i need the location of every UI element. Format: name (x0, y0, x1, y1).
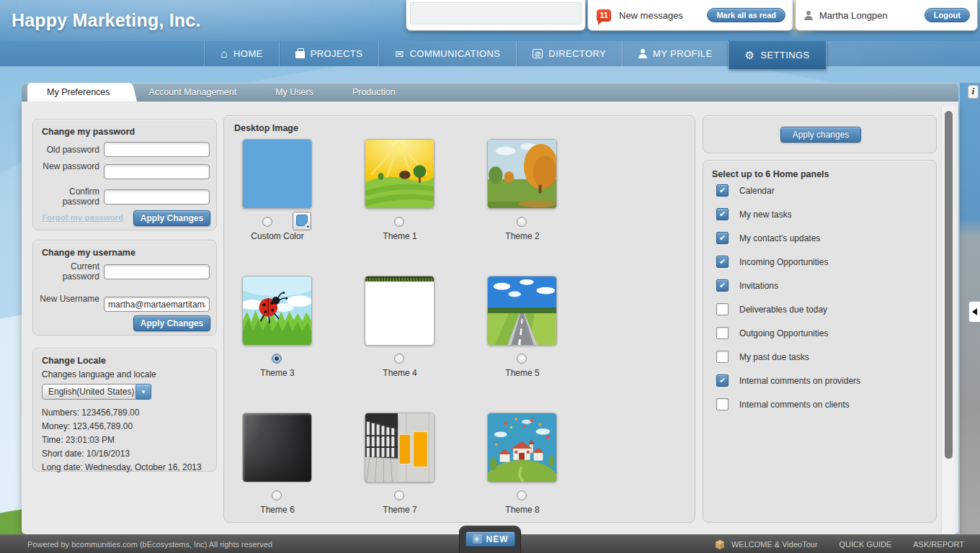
footer-bar: Powered by bcommunities.com (bEcosystems… (0, 534, 980, 553)
theme-radio-4[interactable] (394, 354, 404, 364)
nav-item-directory[interactable]: DIRECTORY (516, 41, 622, 66)
current-password-label: Current password (37, 261, 99, 282)
nav-bar: HOME PROJECTS COMMUNICATIONS DIRECTORY M… (0, 41, 980, 66)
locale-sample-short-date: Short date: 10/16/2013 (42, 449, 130, 459)
briefcase-icon (295, 51, 305, 58)
forgot-password-link[interactable]: Forgot my password (42, 213, 123, 222)
contacts-updates-checkbox[interactable] (716, 232, 729, 244)
checkbox-label: Internal comments on providers (739, 376, 860, 386)
theme-radio-6[interactable] (272, 490, 282, 500)
home-panel-row-calendar: Calendar (703, 184, 936, 202)
past-due-tasks-checkbox[interactable] (716, 351, 729, 363)
home-panels-title: Select up to 6 Home panels (712, 169, 829, 179)
custom-color-picker-button[interactable] (293, 212, 311, 230)
theme-radio-custom-color[interactable] (262, 217, 272, 227)
search-card-body[interactable] (410, 2, 582, 24)
chevron-down-icon[interactable] (135, 384, 151, 400)
home-panel-row-incoming-opportunities: Incoming Opportunities (703, 256, 936, 273)
tab-production[interactable]: Production (333, 83, 415, 102)
apply-password-button[interactable]: Apply Changes (133, 210, 210, 226)
tab-my-preferences[interactable]: My Preferences (27, 83, 130, 102)
apply-changes-button[interactable]: Apply changes (780, 127, 861, 143)
new-messages-badge[interactable]: 11 (597, 9, 611, 22)
ask-report-link[interactable]: ASK/REPORT (913, 540, 964, 549)
new-password-field[interactable] (104, 164, 210, 179)
theme-tile-3[interactable] (242, 276, 312, 346)
confirm-password-label: Confirm password (37, 186, 99, 207)
new-password-label: New password (37, 161, 99, 171)
locale-select[interactable]: English(United States) (42, 384, 151, 400)
nav-label: COMMUNICATIONS (409, 48, 500, 59)
checkbox-label: My new tasks (739, 210, 792, 220)
main-nav: HOME PROJECTS COMMUNICATIONS DIRECTORY M… (204, 41, 827, 66)
directory-icon (533, 49, 543, 58)
invitations-checkbox[interactable] (716, 279, 729, 292)
theme1-art (365, 140, 434, 208)
checkbox-label: Invitations (739, 281, 778, 291)
locale-selected-value: English(United States) (43, 387, 135, 397)
apply-username-button[interactable]: Apply Changes (133, 315, 210, 331)
tab-my-users[interactable]: My Users (256, 83, 333, 102)
nav-item-home[interactable]: HOME (204, 41, 279, 66)
comments-clients-checkbox[interactable] (716, 398, 729, 410)
theme-label: Theme 5 (479, 368, 566, 378)
theme-radio-2[interactable] (517, 217, 527, 227)
my-new-tasks-checkbox[interactable] (716, 208, 729, 220)
theme-tile-5[interactable] (487, 276, 557, 346)
app-logo: Happy Marketing, Inc. (12, 10, 201, 31)
theme-radio-5[interactable] (517, 354, 527, 364)
locale-sample-numbers: Numbers: 123456,789.00 (42, 408, 139, 418)
theme-radio-3[interactable] (272, 354, 282, 364)
nav-item-my-profile[interactable]: MY PROFILE (622, 41, 729, 66)
deliverables-due-checkbox[interactable] (716, 303, 729, 315)
vertical-scrollbar-thumb[interactable] (945, 111, 953, 459)
new-button[interactable]: NEW (466, 531, 515, 547)
quick-guide-link[interactable]: QUICK GUIDE (839, 540, 892, 549)
old-password-field[interactable] (104, 142, 210, 157)
theme-tile-8[interactable] (487, 413, 557, 482)
copyright-text: Powered by bcommunities.com (bEcosystems… (27, 540, 272, 549)
theme-tile-1[interactable] (365, 139, 435, 209)
theme7-art (365, 413, 434, 482)
nav-item-projects[interactable]: PROJECTS (279, 41, 379, 66)
logout-button[interactable]: Logout (925, 8, 970, 22)
vertical-scrollbar-track[interactable] (941, 106, 955, 534)
current-password-field[interactable] (104, 264, 210, 279)
theme-tile-custom-color[interactable] (242, 139, 312, 209)
theme-tile-7[interactable] (365, 413, 435, 482)
nav-label: PROJECTS (311, 48, 363, 59)
tab-account-management[interactable]: Account Management (130, 83, 257, 102)
theme-radio-7[interactable] (394, 490, 404, 500)
comments-providers-checkbox[interactable] (716, 374, 729, 387)
theme-tile-2[interactable] (487, 139, 557, 209)
envelope-icon (395, 49, 404, 59)
confirm-password-field[interactable] (104, 189, 210, 204)
incoming-opportunities-checkbox[interactable] (716, 256, 729, 268)
welcome-videotour-link[interactable]: WELCOME & VideoTour (714, 539, 818, 550)
calendar-checkbox[interactable] (716, 184, 729, 197)
locale-subtitle: Changes language and locale (42, 369, 156, 379)
user-name: Martha Longpen (819, 10, 888, 21)
mark-all-as-read-button[interactable]: Mark all as read (707, 8, 785, 22)
nav-item-communications[interactable]: COMMUNICATIONS (378, 41, 516, 66)
checkbox-label: My past due tasks (739, 352, 809, 362)
home-panels-panel: Select up to 6 Home panels Calendar My n… (703, 160, 937, 523)
theme-radio-8[interactable] (517, 490, 527, 500)
theme-radio-1[interactable] (394, 217, 404, 227)
theme-label: Theme 4 (357, 368, 443, 378)
outgoing-opportunities-checkbox[interactable] (716, 327, 729, 339)
new-messages-label[interactable]: New messages (619, 10, 683, 21)
new-username-field[interactable] (104, 297, 210, 312)
theme-label: Theme 1 (357, 231, 443, 241)
collapse-panel-arrow[interactable] (968, 301, 980, 323)
change-password-panel: Change my password Old password New pass… (32, 119, 217, 230)
theme-tile-4[interactable] (365, 276, 435, 346)
old-password-label: Old password (37, 145, 99, 155)
home-panel-row-outgoing-opportunities: Outgoing Opportunities (703, 327, 936, 344)
settings-tab-bar: My Preferences Account Management My Use… (22, 83, 958, 102)
footer-link-label: QUICK GUIDE (839, 540, 892, 549)
info-icon[interactable] (968, 85, 979, 99)
change-username-title: Change my username (42, 248, 135, 258)
nav-item-settings[interactable]: SETTINGS (729, 41, 827, 69)
theme-tile-6[interactable] (242, 413, 312, 482)
